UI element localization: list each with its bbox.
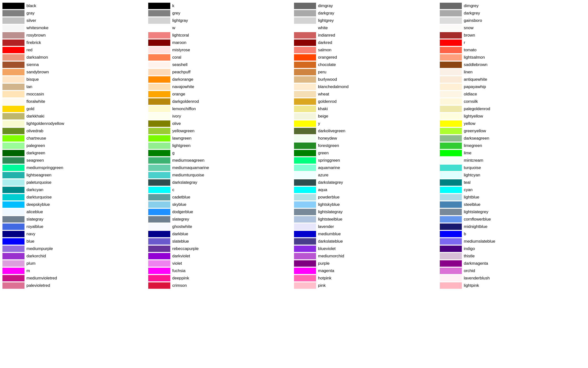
color-label: green bbox=[318, 151, 329, 156]
color-swatch bbox=[440, 106, 462, 112]
color-swatch bbox=[2, 17, 24, 24]
color-row: darkcyan bbox=[2, 186, 148, 193]
color-row: seagreen bbox=[2, 157, 148, 164]
color-label: lightsalmon bbox=[464, 55, 485, 60]
color-label: lightslategrey bbox=[464, 210, 488, 214]
color-swatch bbox=[294, 282, 316, 289]
color-row: mediumseagreen bbox=[148, 157, 294, 164]
color-row: cornflowerblue bbox=[440, 216, 586, 223]
color-label: darkviolet bbox=[172, 254, 190, 259]
color-row: dimgrey bbox=[440, 2, 586, 9]
color-row: turquoise bbox=[440, 164, 586, 171]
color-label: palegreen bbox=[26, 143, 45, 148]
color-swatch bbox=[294, 10, 316, 16]
color-row: brown bbox=[440, 32, 586, 39]
color-label: blue bbox=[26, 239, 34, 244]
color-label: r bbox=[464, 40, 465, 45]
color-swatch bbox=[148, 179, 170, 186]
color-label: dimgray bbox=[318, 3, 333, 8]
color-row: red bbox=[2, 47, 148, 53]
color-label: seashell bbox=[172, 62, 187, 67]
color-label: lightyellow bbox=[464, 114, 483, 119]
color-swatch bbox=[440, 120, 462, 127]
color-swatch bbox=[440, 209, 462, 215]
color-swatch bbox=[294, 76, 316, 83]
color-row: saddlebrown bbox=[440, 61, 586, 68]
color-label: cornsilk bbox=[464, 99, 478, 104]
color-swatch bbox=[148, 32, 170, 39]
color-row: thistle bbox=[440, 253, 586, 260]
color-label: azure bbox=[318, 173, 329, 178]
color-swatch bbox=[294, 39, 316, 46]
color-label: wheat bbox=[318, 92, 329, 97]
color-label: goldenrod bbox=[318, 99, 337, 104]
color-label: lightgoldenrodyellow bbox=[26, 121, 64, 126]
color-swatch bbox=[294, 128, 316, 134]
color-label: greenyellow bbox=[464, 129, 486, 133]
color-row: mediumspringgreen bbox=[2, 164, 148, 171]
color-row: tomato bbox=[440, 47, 586, 53]
color-swatch bbox=[440, 246, 462, 252]
color-row: lightpink bbox=[440, 282, 586, 289]
color-label: cyan bbox=[464, 187, 473, 192]
color-label: mediumseagreen bbox=[172, 158, 204, 163]
color-row: lightslategray bbox=[294, 209, 440, 215]
color-label: pink bbox=[318, 283, 326, 288]
color-label: m bbox=[26, 268, 30, 273]
color-swatch bbox=[148, 39, 170, 46]
color-swatch bbox=[294, 106, 316, 112]
color-label: mediumorchid bbox=[318, 254, 344, 259]
color-swatch bbox=[2, 209, 24, 215]
color-row: darkgoldenrod bbox=[148, 98, 294, 105]
color-row: lightgoldenrodyellow bbox=[2, 120, 148, 127]
color-swatch bbox=[294, 187, 316, 193]
color-swatch bbox=[2, 187, 24, 193]
color-row: darkslateblue bbox=[294, 238, 440, 245]
color-swatch bbox=[148, 62, 170, 68]
color-row: seashell bbox=[148, 61, 294, 68]
color-swatch bbox=[440, 172, 462, 178]
color-swatch bbox=[148, 165, 170, 171]
color-swatch bbox=[294, 150, 316, 156]
color-label: snow bbox=[464, 26, 474, 30]
color-label: oldlace bbox=[464, 92, 477, 97]
color-swatch bbox=[440, 143, 462, 149]
color-swatch bbox=[148, 143, 170, 149]
color-label: sandybrown bbox=[26, 70, 49, 75]
color-label: midnightblue bbox=[464, 224, 487, 229]
color-row: chartreuse bbox=[2, 135, 148, 142]
color-label: orangered bbox=[318, 55, 337, 60]
color-row: w bbox=[148, 25, 294, 31]
color-swatch bbox=[440, 253, 462, 259]
color-swatch bbox=[2, 172, 24, 178]
color-swatch bbox=[440, 275, 462, 281]
color-row: plum bbox=[2, 260, 148, 267]
color-swatch bbox=[440, 238, 462, 245]
color-label: cadetblue bbox=[172, 195, 190, 200]
color-label: paleturquoise bbox=[26, 180, 51, 185]
color-row: lightsalmon bbox=[440, 54, 586, 61]
color-row: coral bbox=[148, 54, 294, 61]
color-row: green bbox=[294, 150, 440, 157]
color-swatch bbox=[2, 216, 24, 223]
color-swatch bbox=[148, 253, 170, 259]
color-row: papayawhip bbox=[440, 83, 586, 90]
color-swatch bbox=[294, 17, 316, 24]
color-swatch bbox=[2, 238, 24, 245]
color-row: honeydew bbox=[294, 135, 440, 142]
color-label: darkorchid bbox=[26, 254, 46, 259]
color-label: deeppink bbox=[172, 276, 189, 281]
color-swatch bbox=[294, 32, 316, 39]
color-label: lightgreen bbox=[172, 143, 191, 148]
color-swatch bbox=[440, 135, 462, 142]
color-row: olivedrab bbox=[2, 128, 148, 134]
color-row: darkmagenta bbox=[440, 260, 586, 267]
color-row: aliceblue bbox=[2, 209, 148, 215]
color-label: indianred bbox=[318, 33, 335, 38]
color-row: midnightblue bbox=[440, 223, 586, 230]
color-row: rebeccapurple bbox=[148, 245, 294, 252]
color-label: magenta bbox=[318, 268, 334, 273]
color-swatch bbox=[148, 194, 170, 200]
color-row: sienna bbox=[2, 61, 148, 68]
column-2: dimgraydarkgraylightgreywhiteindianredda… bbox=[294, 2, 440, 289]
